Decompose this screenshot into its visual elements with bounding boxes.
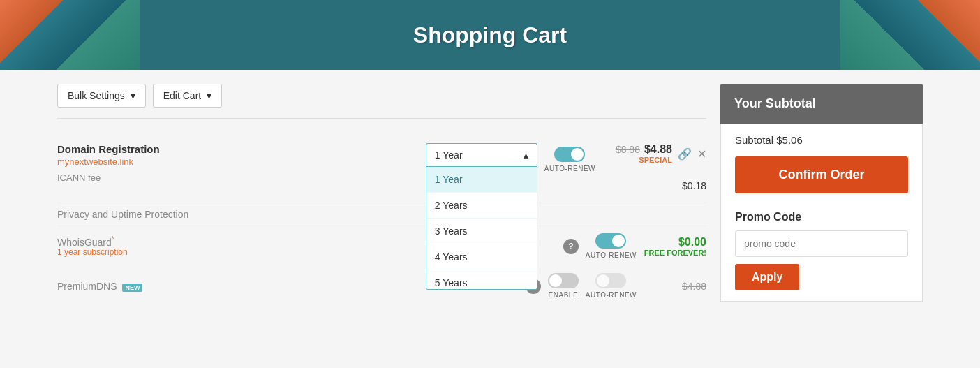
domain-registration-item: Domain Registration mynextwebsite.link I… [57,133,706,203]
icann-fee-label: ICANN fee [57,172,419,183]
city-decoration-right [840,0,980,70]
domain-price-tag: SPECIAL [639,156,672,164]
domain-registration-row: Domain Registration mynextwebsite.link I… [57,143,706,192]
whoisguard-price-zero: $0.00 [678,236,706,249]
toggle-thumb [597,274,609,287]
toggle-track [554,147,585,162]
toggle-thumb [612,235,625,247]
domain-price-section: $8.88 $4.88 SPECIAL 🔗 ✕ $0.18 [602,143,706,192]
icann-fee-price: $0.18 [682,180,706,191]
premium-dns-autorenew-label: AUTO-RENEW [586,291,637,299]
whoisguard-label: WhoisGuard [57,236,112,247]
term-select-trigger[interactable]: 1 Year ▴ [426,143,537,166]
whoisguard-autorenew-toggle[interactable] [595,233,626,249]
domain-info: Domain Registration mynextwebsite.link I… [57,143,419,183]
privacy-protection-label: Privacy and Uptime Protection [57,203,706,226]
toggle-track [595,233,626,249]
toggle-thumb [549,274,562,287]
whoisguard-autorenew-toggle-container: AUTO-RENEW [586,233,637,259]
new-badge: NEW [122,284,142,292]
domain-registration-name: Domain Registration [57,143,419,155]
auto-renew-label: AUTO-RENEW [544,165,595,172]
edit-cart-button[interactable]: Edit Cart ▾ [153,84,222,108]
term-select-area: 1 Year ▴ 1 Year 2 Years 3 Years 4 Years … [426,143,537,166]
term-select-container: 1 Year ▴ 1 Year 2 Years 3 Years 4 Years … [426,143,537,166]
toggle-track [595,273,626,288]
page-title: Shopping Cart [413,22,567,48]
subtotal-header: Your Subtotal [720,84,923,124]
premium-dns-label: PremiumDNS [57,281,117,292]
price-row: $8.88 $4.88 [616,143,672,156]
whoisguard-item: WhoisGuard* 1 year subscription ? AUTO-R… [57,226,706,266]
sidebar: Your Subtotal Subtotal $5.06 Confirm Ord… [720,84,923,306]
city-decoration-left [0,0,140,70]
cart-section: Bulk Settings ▾ Edit Cart ▾ Domain Regis… [57,84,706,306]
domain-current-price: $4.88 [644,143,672,156]
close-icon[interactable]: ✕ [697,147,706,161]
link-icon[interactable]: 🔗 [678,147,692,161]
page-header: Shopping Cart [0,0,980,70]
confirm-order-button[interactable]: Confirm Order [735,156,908,193]
whoisguard-asterisk: * [112,235,114,243]
edit-cart-label: Edit Cart [163,90,201,101]
premium-dns-item: PremiumDNS NEW ? ENABLE [57,266,706,306]
promo-input[interactable] [735,230,908,257]
bulk-settings-button[interactable]: Bulk Settings ▾ [57,84,146,108]
premium-dns-autorenew-toggle[interactable] [595,273,626,288]
promo-section: Promo Code Apply [735,211,908,290]
premium-dns-enable-label: ENABLE [549,291,578,299]
whoisguard-help-icon[interactable]: ? [563,239,579,254]
icann-fee-price-area: $0.18 [682,179,706,192]
term-option-4years[interactable]: 4 Years [426,244,537,270]
bulk-settings-label: Bulk Settings [68,90,125,101]
premium-dns-autorenew-toggle-container: AUTO-RENEW [586,273,637,299]
divider [57,118,706,119]
premium-dns-enable-toggle[interactable] [548,273,579,288]
price-actions-row: $8.88 $4.88 SPECIAL 🔗 ✕ [602,143,706,164]
auto-renew-toggle-container: AUTO-RENEW [544,147,595,172]
term-option-5years[interactable]: 5 Years [426,270,537,289]
premium-dns-price: $4.88 [682,281,706,292]
domain-registration-domain: mynextwebsite.link [57,156,419,167]
whoisguard-price-area: $0.00 FREE FOREVER! [644,236,706,257]
premium-dns-price-area: $4.88 [644,281,706,292]
premium-dns-enable-toggle-container: ENABLE [548,273,579,299]
subtotal-amount: Subtotal $5.06 [735,134,908,146]
toggle-track [548,273,579,288]
toggle-thumb [571,148,584,161]
selected-term: 1 Year [435,149,463,161]
whoisguard-autorenew-label: AUTO-RENEW [586,251,637,259]
main-container: Bulk Settings ▾ Edit Cart ▾ Domain Regis… [36,70,944,320]
term-option-3years[interactable]: 3 Years [426,219,537,244]
promo-label: Promo Code [735,211,908,223]
whoisguard-free-label: FREE FOREVER! [644,249,706,257]
term-dropdown-list: 1 Year 2 Years 3 Years 4 Years 5 Years [426,166,537,290]
chevron-down-icon: ▾ [207,90,211,101]
auto-renew-toggle[interactable] [554,147,585,162]
chevron-down-icon: ▾ [131,90,135,101]
subtotal-body: Subtotal $5.06 Confirm Order Promo Code … [720,124,923,302]
term-option-2years[interactable]: 2 Years [426,193,537,219]
term-dropdown-inner[interactable]: 1 Year 2 Years 3 Years 4 Years 5 Years [426,167,537,289]
apply-button[interactable]: Apply [735,264,799,290]
domain-original-price: $8.88 [616,144,640,155]
toolbar: Bulk Settings ▾ Edit Cart ▾ [57,84,706,108]
icann-fee-text: ICANN fee [57,172,101,183]
domain-price-area: $8.88 $4.88 SPECIAL [602,143,672,164]
chevron-up-icon: ▴ [524,149,528,161]
term-option-1year[interactable]: 1 Year [426,167,537,193]
